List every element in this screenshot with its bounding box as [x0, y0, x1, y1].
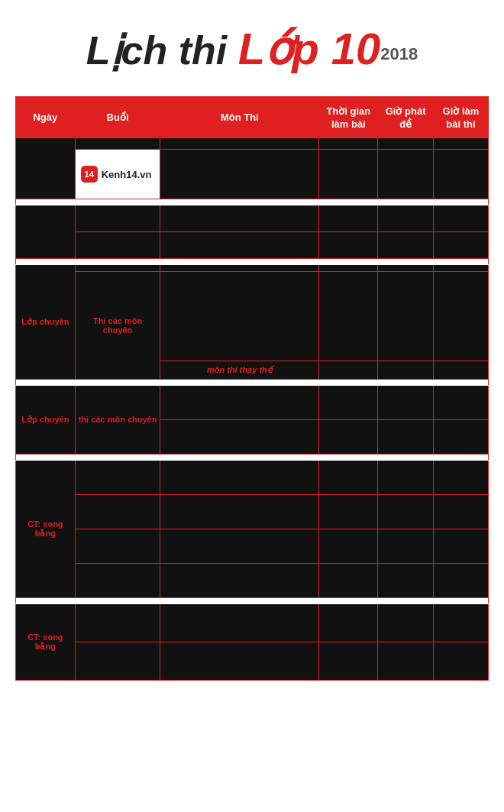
group1-mon1: [160, 137, 319, 150]
title-part2: Lớp 10: [238, 24, 381, 73]
title-part1: Lịch thi: [86, 28, 238, 73]
group3-tg2: [319, 271, 378, 361]
group6-buoi2: [75, 642, 160, 680]
header-row: Ngày Buổi Môn Thi Thời gian làm bài Giờ …: [16, 99, 489, 138]
header-ngay: Ngày: [16, 99, 76, 138]
group2-gio1: [378, 205, 433, 231]
group2-tg2: [319, 231, 378, 258]
group5-gio3: [378, 529, 433, 563]
group4-ngay: Lớp chuyên: [16, 385, 76, 454]
separator-3: [16, 379, 489, 385]
group6-row1: CT: song bằng: [16, 603, 489, 642]
group6-gio2: [378, 642, 433, 680]
group1-tg1: [319, 137, 378, 150]
group5-gio2: [378, 494, 433, 529]
group2-giolam1: [433, 205, 488, 231]
group3-mon-italic: môn thi thay thế: [207, 365, 273, 374]
group3-gio1: [378, 264, 433, 271]
group5-tg1: [319, 460, 378, 494]
sep3-cell: [16, 379, 489, 385]
title-area: Lịch thi Lớp 102018: [15, 15, 489, 82]
group3-mon3: môn thi thay thế: [160, 361, 319, 379]
separator-2: [16, 258, 489, 264]
group4-mon2: [160, 419, 319, 454]
group5-buoi4: [75, 563, 160, 597]
group5-mon4: [160, 563, 319, 597]
group4-tg2: [319, 419, 378, 454]
page: Lịch thi Lớp 102018 Ngày Buổi Môn Thi Th…: [0, 0, 504, 704]
header-mon: Môn Thi: [160, 99, 319, 138]
group2-giolam2: [433, 231, 488, 258]
group1-buoi1: [75, 137, 160, 150]
group6-buoi1: [75, 603, 160, 642]
group4-gio2: [378, 419, 433, 454]
group5-tg4: [319, 563, 378, 597]
group1-gio1: [378, 137, 433, 150]
group3-giolam1: [433, 264, 488, 271]
group1-ngay: [16, 137, 76, 199]
title-year: 2018: [380, 44, 418, 63]
group2-tg1: [319, 205, 378, 231]
group5-giolam2: [433, 494, 488, 529]
header-thoigian: Thời gian làm bài: [319, 99, 378, 138]
group3-buoi1: [75, 264, 160, 271]
group3-tg1: [319, 264, 378, 271]
group5-mon2: [160, 494, 319, 529]
group1-row2: 14 Kenh14.vn: [16, 150, 489, 199]
group5-giolam1: [433, 460, 488, 494]
group5-row4: [16, 563, 489, 597]
group5-row1: CT: song bằng: [16, 460, 489, 494]
sep4-cell: [16, 454, 489, 460]
group1-gio2: [378, 150, 433, 199]
schedule-table: Ngày Buổi Môn Thi Thời gian làm bài Giờ …: [15, 99, 489, 681]
group2-mon2: [160, 231, 319, 258]
separator-5: [16, 597, 489, 603]
group1-mon2: [160, 150, 319, 199]
group6-row2: [16, 642, 489, 680]
group4-tg1: [319, 385, 378, 419]
group6-ngay: CT: song bằng: [16, 603, 76, 680]
group2-row1: [16, 205, 489, 231]
group3-giolam3: [433, 361, 488, 379]
group6-gio1: [378, 603, 433, 642]
group5-giolam4: [433, 563, 488, 597]
group3-mon1: [160, 264, 319, 271]
group3-ngay: Lớp chuyên: [16, 264, 76, 379]
separator-4: [16, 454, 489, 460]
group1-giolam1: [433, 137, 488, 150]
group6-tg2: [319, 642, 378, 680]
group4-buoi: thi các môn chuyên: [75, 385, 160, 454]
group5-buoi2: [75, 494, 160, 529]
group3-gio2: [378, 271, 433, 361]
logo-cell: 14 Kenh14.vn: [75, 150, 160, 199]
group4-giolam1: [433, 385, 488, 419]
group4-row1: Lớp chuyên thi các môn chuyên: [16, 385, 489, 419]
separator-1: [16, 199, 489, 205]
group2-mon1: [160, 205, 319, 231]
group6-mon1: [160, 603, 319, 642]
group1-tg2: [319, 150, 378, 199]
group4-gio1: [378, 385, 433, 419]
group5-giolam3: [433, 529, 488, 563]
group2-row2: [16, 231, 489, 258]
sep5-cell: [16, 597, 489, 603]
group3-mon2: [160, 271, 319, 361]
group6-mon2: [160, 642, 319, 680]
group5-tg2: [319, 494, 378, 529]
group4-mon1: [160, 385, 319, 419]
group5-gio4: [378, 563, 433, 597]
group5-tg3: [319, 529, 378, 563]
logo-icon: 14: [81, 166, 98, 183]
sep1-cell: [16, 199, 489, 205]
group2-ngay: [16, 205, 76, 258]
group5-row2: [16, 494, 489, 529]
group5-buoi1: [75, 460, 160, 494]
group2-buoi2: [75, 231, 160, 258]
group6-giolam2: [433, 642, 488, 680]
sep2-cell: [16, 258, 489, 264]
header-buoi: Buổi: [75, 99, 160, 138]
header-giolam: Giờ làm bài thi: [433, 99, 488, 138]
group5-mon1: [160, 460, 319, 494]
logo-text: Kenh14.vn: [102, 169, 152, 180]
group5-ngay: CT: song bằng: [16, 460, 76, 597]
